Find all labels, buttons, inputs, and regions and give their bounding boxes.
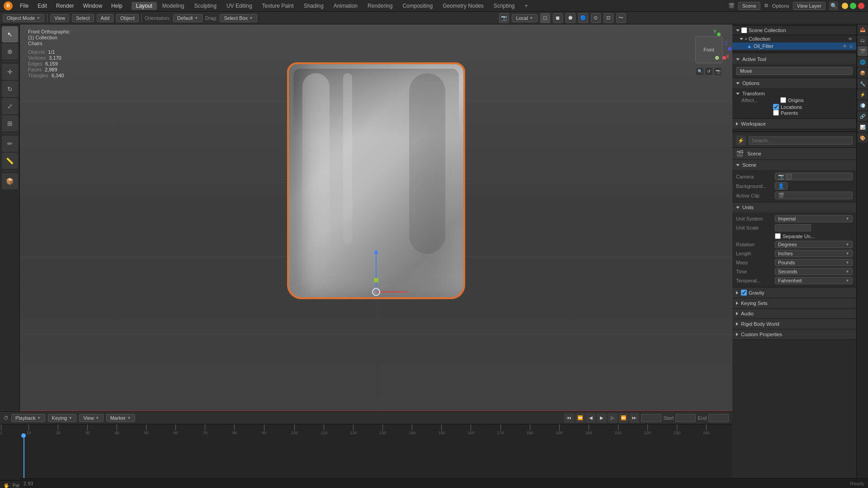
tool-annotate[interactable]: ✏ — [2, 136, 18, 152]
rp-tab-material[interactable]: 🎨 — [858, 133, 868, 143]
time-dropdown[interactable]: Seconds ▼ — [775, 268, 853, 275]
close-btn[interactable] — [858, 3, 864, 9]
scene-selector[interactable]: Scene — [738, 2, 760, 10]
shading-1[interactable]: ◻ — [540, 13, 550, 23]
navigation-cube[interactable]: Front X Y Z 🔍 ↺ 📷 — [691, 32, 727, 68]
view-layer-selector[interactable]: View Layer — [793, 2, 826, 10]
origins-checkbox[interactable] — [780, 97, 786, 103]
tool-rotate[interactable]: ↻ — [2, 81, 18, 97]
maximize-btn[interactable] — [850, 3, 856, 9]
keying-sets-header[interactable]: Keying Sets — [732, 298, 856, 308]
camera-selector[interactable]: 📷 — [775, 173, 853, 180]
workspace-header[interactable]: Workspace — [732, 119, 856, 129]
view-camera-btn[interactable]: 📷 — [499, 13, 509, 23]
view-menu-timeline[interactable]: View ▼ — [79, 414, 104, 422]
temperature-dropdown[interactable]: Fahrenheit ▼ — [775, 277, 853, 284]
options-header[interactable]: Options — [732, 78, 856, 88]
nav-cube-front-face[interactable]: Front — [695, 36, 722, 63]
props-filter-icon[interactable]: ⚡ — [736, 136, 746, 145]
proportional-btn[interactable]: 〜 — [616, 13, 626, 23]
object-menu[interactable]: Object — [116, 14, 139, 22]
tab-rendering[interactable]: Rendering — [363, 2, 397, 10]
prev-keyframe-btn[interactable]: ⏪ — [575, 413, 585, 423]
add-workspace-btn[interactable]: + — [520, 2, 533, 10]
current-frame-input[interactable]: 1 — [641, 414, 661, 422]
locations-checkbox[interactable] — [773, 104, 779, 110]
separate-units-check[interactable]: Separate Un... — [775, 233, 815, 239]
outliner-item-collection[interactable]: ▫ Collection 👁 — [732, 35, 856, 42]
scene-panel-title[interactable]: 🎬 Scene — [732, 148, 856, 160]
tool-move[interactable]: ✛ — [2, 64, 18, 80]
playback-menu[interactable]: Playback ▼ — [11, 414, 45, 422]
audio-header[interactable]: Audio — [732, 309, 856, 319]
shading-2[interactable]: ◼ — [553, 13, 563, 23]
props-search-input[interactable] — [749, 136, 853, 145]
timeline-ruler[interactable]: 1102030405060708090100110120130140150160… — [0, 424, 732, 435]
select-menu[interactable]: Select — [72, 14, 94, 22]
mode-selector[interactable]: Object Mode ▼ — [3, 14, 44, 22]
tool-select[interactable]: ↖ — [2, 26, 18, 42]
tab-shading[interactable]: Shading — [299, 2, 328, 10]
gravity-header[interactable]: Gravity — [732, 287, 856, 298]
object-visibility[interactable]: 👁 — [843, 44, 847, 49]
tool-cursor[interactable]: ⊕ — [2, 43, 18, 60]
tool-scale[interactable]: ⤢ — [2, 98, 18, 114]
unit-system-dropdown[interactable]: Imperial ▼ — [775, 215, 853, 222]
transform-header[interactable]: Transform — [736, 91, 853, 96]
active-clip-selector[interactable]: 🎬 — [775, 192, 853, 199]
custom-props-header[interactable]: Custom Properties — [732, 329, 856, 339]
unit-scale-input[interactable]: 1.000000 — [775, 224, 811, 231]
overlay-btn[interactable]: ⊙ — [591, 13, 601, 23]
keying-menu[interactable]: Keying ▼ — [48, 414, 77, 422]
tab-uv-editing[interactable]: UV Editing — [222, 2, 257, 10]
menu-file[interactable]: File — [16, 2, 32, 10]
nav-zoom-in[interactable]: 🔍 — [696, 68, 703, 75]
rp-tab-modifier[interactable]: 🔧 — [858, 79, 868, 89]
jump-start-btn[interactable]: ⏮ — [564, 413, 574, 423]
move-tool-btn[interactable]: Move — [736, 67, 853, 75]
menu-help[interactable]: Help — [108, 2, 126, 10]
shading-4[interactable]: 🔵 — [578, 13, 588, 23]
jump-end-btn[interactable]: ⏭ — [629, 413, 639, 423]
minimize-btn[interactable] — [842, 3, 848, 9]
add-menu[interactable]: Add — [97, 14, 114, 22]
gravity-checkbox[interactable] — [741, 290, 747, 296]
gizmo-xy-handle[interactable] — [374, 278, 378, 282]
rp-tab-view-layer[interactable]: 🗂 — [858, 35, 868, 45]
tab-geometry-nodes[interactable]: Geometry Nodes — [438, 2, 488, 10]
menu-render[interactable]: Render — [52, 2, 77, 10]
parents-checkbox[interactable] — [773, 110, 779, 116]
length-dropdown[interactable]: Inches ▼ — [775, 250, 853, 257]
menu-edit[interactable]: Edit — [34, 2, 51, 10]
orientation-selector[interactable]: Default ▼ — [173, 14, 203, 22]
nav-cube-face[interactable]: Front X Y Z — [695, 36, 722, 63]
tab-scripting[interactable]: Scripting — [489, 2, 519, 10]
tool-add[interactable]: 📦 — [2, 173, 18, 189]
drag-selector[interactable]: Select Box ▼ — [220, 14, 257, 22]
tab-texture-paint[interactable]: Texture Paint — [258, 2, 298, 10]
current-frame-indicator[interactable] — [24, 435, 24, 480]
outliner-item-oil-filter[interactable]: ▲ Oil_Filter 👁 ⊙ — [732, 42, 856, 50]
rp-tab-object[interactable]: 📦 — [858, 68, 868, 78]
3d-object-mug[interactable] — [288, 63, 464, 298]
units-header[interactable]: Units — [732, 202, 856, 212]
view-menu[interactable]: View — [50, 14, 69, 22]
tab-animation[interactable]: Animation — [329, 2, 362, 10]
mass-dropdown[interactable]: Pounds ▼ — [775, 259, 853, 266]
locations-check[interactable]: Locations — [773, 104, 853, 110]
tab-sculpting[interactable]: Sculpting — [190, 2, 221, 10]
rigid-body-header[interactable]: Rigid Body World — [732, 319, 856, 329]
step-back-btn[interactable]: ◀ — [586, 413, 596, 423]
gravity-check-label[interactable] — [741, 290, 747, 296]
shading-3[interactable]: ⬟ — [566, 13, 576, 23]
nav-orbit[interactable]: ↺ — [705, 68, 712, 75]
end-frame-input[interactable]: 250 — [708, 414, 729, 422]
active-tool-header[interactable]: Active Tool — [732, 54, 856, 64]
xray-btn[interactable]: ⊡ — [604, 13, 613, 23]
timeline-content[interactable] — [0, 435, 732, 480]
menu-window[interactable]: Window — [79, 2, 106, 10]
origins-check[interactable]: Origins — [780, 97, 804, 103]
nav-camera-view[interactable]: 📷 — [714, 68, 722, 75]
rp-tab-scene[interactable]: 🎬 — [858, 46, 868, 56]
rp-tab-physics[interactable]: 💨 — [858, 100, 868, 110]
